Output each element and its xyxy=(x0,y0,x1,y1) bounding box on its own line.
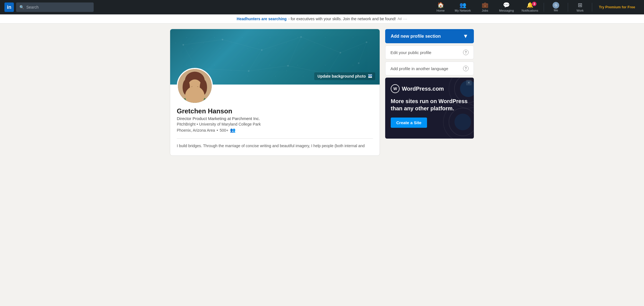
svg-point-32 xyxy=(191,86,193,88)
location-dot: • xyxy=(217,128,218,132)
svg-point-39 xyxy=(454,114,471,130)
profile-actions: ··· ✏ xyxy=(359,72,373,79)
edit-profile-label: Edit your public profile xyxy=(390,50,431,55)
profile-location: Phoenix, Arizona Area • 500+ 👥 xyxy=(177,128,373,133)
nav-menu: 🏠 Home 👥 My Network 💼 Jobs 💬 Messaging 🔔… xyxy=(431,0,640,14)
nav-me[interactable]: G Me xyxy=(546,0,566,14)
work-grid-icon: ⊞ xyxy=(578,2,582,8)
svg-rect-30 xyxy=(192,94,198,99)
notifications-badge: 3 xyxy=(532,2,536,6)
ad-badge: Ad xyxy=(398,17,402,21)
profile-avatar[interactable] xyxy=(177,68,213,104)
add-section-label: Add new profile section xyxy=(391,34,441,39)
search-bar[interactable]: 🔍 xyxy=(16,2,94,12)
profile-body: ··· ✏ Gretchen Hanson Director Product M… xyxy=(170,68,380,155)
nav-messaging[interactable]: 💬 Messaging xyxy=(496,0,517,14)
avatar: G xyxy=(553,2,559,9)
nav-home[interactable]: 🏠 Home xyxy=(431,0,450,14)
jobs-icon: 💼 xyxy=(482,2,489,8)
home-icon: 🏠 xyxy=(437,2,444,8)
nav-work[interactable]: ⊞ Work xyxy=(570,0,590,14)
ad-more-button[interactable]: ··· xyxy=(403,17,407,21)
svg-point-28 xyxy=(183,80,190,95)
avatar-image xyxy=(178,69,212,103)
profile-summary: I build bridges. Through the marriage of… xyxy=(177,143,373,149)
svg-line-11 xyxy=(183,40,223,45)
ad-banner: Headhunters are searching - for executiv… xyxy=(0,14,644,24)
nav-jobs[interactable]: 💼 Jobs xyxy=(475,0,495,14)
profile-name: Gretchen Hanson xyxy=(177,107,373,115)
nav-me-label: Me xyxy=(554,9,558,12)
nav-notifications-label: Notifications xyxy=(522,9,538,12)
nav-jobs-label: Jobs xyxy=(482,9,488,12)
ad-widget: × W WordPress.com More sites run on Word… xyxy=(385,78,474,139)
add-section-button[interactable]: Add new profile section ▼ xyxy=(385,29,474,43)
avatar-svg xyxy=(178,69,212,103)
svg-point-31 xyxy=(182,96,208,103)
linkedin-logo[interactable]: in xyxy=(4,2,14,12)
svg-point-27 xyxy=(188,80,202,96)
network-icon: 👥 xyxy=(459,2,466,8)
svg-point-36 xyxy=(449,108,474,136)
main-container: Update background photo 🖼 xyxy=(166,29,478,155)
ad-widget-headline: More sites run on WordPress than any oth… xyxy=(391,98,468,112)
profile-card: Update background photo 🖼 xyxy=(170,29,380,155)
svg-line-14 xyxy=(301,37,341,53)
nav-messaging-label: Messaging xyxy=(499,9,514,12)
svg-point-33 xyxy=(196,86,199,88)
svg-line-21 xyxy=(288,37,301,66)
right-sidebar: Add new profile section ▼ Edit your publ… xyxy=(385,29,474,139)
navbar: in 🔍 🏠 Home 👥 My Network 💼 Jobs 💬 Messag… xyxy=(0,0,644,14)
ad-banner-link[interactable]: Headhunters are searching xyxy=(237,17,287,21)
connections-count: 500+ xyxy=(220,128,229,132)
wordpress-brand: WordPress.com xyxy=(402,86,444,92)
search-icon: 🔍 xyxy=(19,5,24,9)
nav-notifications[interactable]: 🔔 3 Notifications xyxy=(518,0,541,14)
profile-title: Director Product Marketing at Parchment … xyxy=(177,116,373,121)
nav-divider-1 xyxy=(544,3,544,12)
svg-line-13 xyxy=(262,37,301,50)
ad-banner-text: - for executives with your skills. Join … xyxy=(288,17,396,21)
nav-divider-2 xyxy=(568,3,568,12)
edit-profile-help-icon[interactable]: ? xyxy=(463,50,469,55)
nav-work-label: Work xyxy=(576,9,583,12)
svg-line-15 xyxy=(340,42,367,53)
nav-premium-button[interactable]: Try Premium for Free xyxy=(594,5,640,10)
ad-widget-cta-button[interactable]: Create a Site xyxy=(391,118,427,128)
wp-icon: W xyxy=(391,84,400,93)
nav-divider-3 xyxy=(592,3,592,12)
svg-point-29 xyxy=(200,80,207,95)
add-language-help-icon[interactable]: ? xyxy=(463,66,469,71)
ad-close-button[interactable]: × xyxy=(466,80,472,85)
search-input[interactable] xyxy=(26,5,90,9)
nav-home-label: Home xyxy=(436,9,444,12)
svg-line-12 xyxy=(223,40,262,50)
svg-line-23 xyxy=(359,42,366,63)
location-text: Phoenix, Arizona Area xyxy=(177,128,215,132)
edit-profile-button[interactable]: ✏ xyxy=(368,72,373,79)
profile-meta: PitchBright • University of Maryland Col… xyxy=(177,122,373,126)
wordpress-logo: W WordPress.com xyxy=(391,84,468,93)
edit-profile-option[interactable]: Edit your public profile ? xyxy=(385,45,474,59)
nav-network[interactable]: 👥 My Network xyxy=(451,0,474,14)
svg-line-19 xyxy=(183,45,196,68)
svg-point-10 xyxy=(358,62,360,64)
dropdown-arrow-icon: ▼ xyxy=(463,33,468,39)
profile-divider xyxy=(177,138,373,139)
nav-network-label: My Network xyxy=(455,9,471,12)
connections-icon: 👥 xyxy=(230,128,236,133)
more-options-button[interactable]: ··· xyxy=(359,73,365,79)
messaging-icon: 💬 xyxy=(503,2,510,8)
add-language-option[interactable]: Add profile in another language ? xyxy=(385,62,474,75)
add-language-label: Add profile in another language xyxy=(390,66,448,71)
